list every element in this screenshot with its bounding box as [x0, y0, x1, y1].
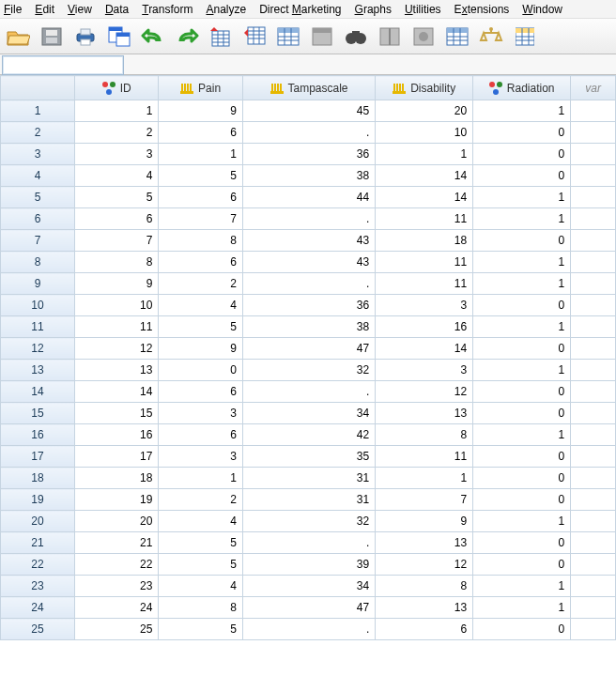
- cell[interactable]: 0: [473, 489, 571, 511]
- cell[interactable]: 9: [159, 338, 242, 360]
- cell-empty[interactable]: [571, 619, 616, 640]
- cell[interactable]: 1: [376, 468, 473, 489]
- cell[interactable]: 5: [75, 187, 159, 208]
- row-header[interactable]: 24: [1, 597, 75, 619]
- cell[interactable]: 36: [242, 295, 375, 316]
- cell[interactable]: 6: [75, 208, 159, 230]
- row-header[interactable]: 8: [1, 252, 75, 273]
- cell[interactable]: 31: [242, 468, 375, 489]
- cell[interactable]: 4: [159, 576, 242, 597]
- row-header[interactable]: 7: [1, 230, 75, 252]
- cell[interactable]: 0: [473, 165, 571, 187]
- cell[interactable]: 11: [376, 208, 473, 230]
- cell[interactable]: .: [242, 381, 375, 403]
- cell[interactable]: 1: [473, 208, 571, 230]
- cell[interactable]: 21: [75, 532, 159, 554]
- row-header[interactable]: 3: [1, 144, 75, 165]
- cell[interactable]: 2: [159, 489, 242, 511]
- column-header-id[interactable]: ID: [75, 76, 159, 100]
- cell[interactable]: 6: [159, 122, 242, 144]
- cell[interactable]: 10: [376, 122, 473, 144]
- cell[interactable]: 14: [376, 187, 473, 208]
- cell-empty[interactable]: [571, 489, 616, 511]
- cell[interactable]: 8: [376, 576, 473, 597]
- cell[interactable]: 3: [159, 446, 242, 468]
- menu-analyze[interactable]: Analyze: [206, 3, 246, 16]
- cell[interactable]: 36: [242, 144, 375, 165]
- cell-empty[interactable]: [571, 468, 616, 489]
- undo-icon[interactable]: [139, 23, 167, 51]
- cell[interactable]: 35: [242, 446, 375, 468]
- column-header-disability[interactable]: Disability: [376, 76, 473, 100]
- cell[interactable]: 12: [376, 554, 473, 576]
- menu-utilities[interactable]: Utilities: [405, 3, 441, 16]
- row-header[interactable]: 1: [1, 100, 75, 122]
- cell[interactable]: 14: [376, 338, 473, 360]
- menu-window[interactable]: Window: [522, 3, 562, 16]
- cell-empty[interactable]: [571, 381, 616, 403]
- cell[interactable]: 1: [473, 187, 571, 208]
- cell-empty[interactable]: [571, 122, 616, 144]
- find-icon[interactable]: [308, 23, 336, 51]
- open-file-icon[interactable]: [4, 23, 32, 51]
- cell[interactable]: 3: [376, 295, 473, 316]
- cell[interactable]: 14: [376, 165, 473, 187]
- row-header[interactable]: 9: [1, 273, 75, 295]
- menu-direct-marketing[interactable]: Direct Marketing: [259, 3, 341, 16]
- cell[interactable]: 1: [75, 100, 159, 122]
- row-header[interactable]: 13: [1, 360, 75, 381]
- cell[interactable]: 8: [159, 597, 242, 619]
- menu-data[interactable]: Data: [105, 3, 129, 16]
- cell[interactable]: 4: [159, 295, 242, 316]
- value-labels-icon[interactable]: [477, 23, 505, 51]
- menu-extensions[interactable]: Extensions: [454, 3, 510, 16]
- cell[interactable]: 20: [75, 511, 159, 532]
- cell[interactable]: 16: [376, 316, 473, 338]
- cell[interactable]: 22: [75, 554, 159, 576]
- cell[interactable]: .: [242, 208, 375, 230]
- cell[interactable]: 0: [473, 122, 571, 144]
- cell[interactable]: 11: [376, 446, 473, 468]
- row-header[interactable]: 4: [1, 165, 75, 187]
- cell[interactable]: 0: [159, 360, 242, 381]
- cell-empty[interactable]: [571, 144, 616, 165]
- cell[interactable]: 6: [376, 619, 473, 640]
- menu-view[interactable]: View: [68, 3, 92, 16]
- row-header[interactable]: 22: [1, 554, 75, 576]
- recall-dialog-icon[interactable]: [105, 23, 133, 51]
- cell[interactable]: 24: [75, 597, 159, 619]
- cell[interactable]: 9: [159, 100, 242, 122]
- weight-cases-icon[interactable]: [409, 23, 438, 51]
- cell[interactable]: 0: [473, 554, 571, 576]
- cell[interactable]: 3: [159, 403, 242, 424]
- column-header-empty[interactable]: var: [571, 76, 616, 100]
- cell[interactable]: 45: [242, 100, 375, 122]
- cell-empty[interactable]: [571, 554, 616, 576]
- cell[interactable]: 2: [159, 273, 242, 295]
- menu-graphs[interactable]: Graphs: [355, 3, 392, 16]
- cell[interactable]: 4: [159, 511, 242, 532]
- menu-transform[interactable]: Transform: [142, 3, 192, 16]
- menu-edit[interactable]: Edit: [35, 3, 54, 16]
- cell[interactable]: 3: [376, 360, 473, 381]
- cell[interactable]: 1: [473, 100, 571, 122]
- cell[interactable]: 4: [75, 165, 159, 187]
- cell[interactable]: 1: [473, 360, 571, 381]
- cell[interactable]: .: [242, 273, 375, 295]
- cell-empty[interactable]: [571, 187, 616, 208]
- cell[interactable]: 25: [75, 619, 159, 640]
- cell[interactable]: 2: [75, 122, 159, 144]
- cell[interactable]: 16: [75, 424, 159, 446]
- cell-empty[interactable]: [571, 532, 616, 554]
- row-header[interactable]: 10: [1, 295, 75, 316]
- cell[interactable]: 12: [75, 338, 159, 360]
- cell[interactable]: 13: [376, 532, 473, 554]
- cell[interactable]: 0: [473, 295, 571, 316]
- row-header[interactable]: 16: [1, 424, 75, 446]
- cell[interactable]: 34: [242, 403, 375, 424]
- cell[interactable]: 18: [376, 230, 473, 252]
- cell[interactable]: 44: [242, 187, 375, 208]
- split-file-icon[interactable]: [376, 23, 404, 51]
- cell-empty[interactable]: [571, 295, 616, 316]
- cell[interactable]: 11: [376, 273, 473, 295]
